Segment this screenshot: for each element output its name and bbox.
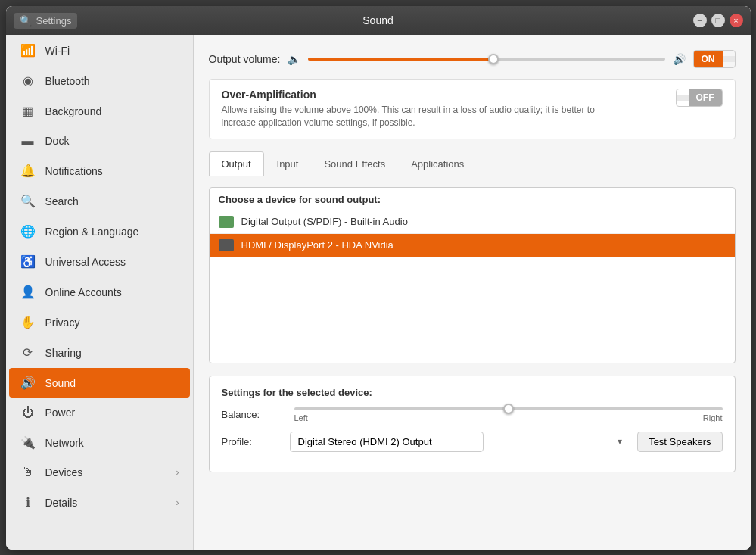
online-accounts-icon: 👤 bbox=[20, 285, 36, 299]
content-area: Output volume: 🔈 🔊 ON Over-Amplifica bbox=[194, 35, 751, 550]
sidebar-label-notifications: Notifications bbox=[45, 165, 179, 177]
sidebar-label-sound: Sound bbox=[45, 377, 179, 389]
volume-row: Output volume: 🔈 🔊 ON bbox=[209, 50, 736, 68]
sidebar-label-devices: Devices bbox=[45, 466, 167, 479]
over-amp-title: Over-Amplification bbox=[222, 89, 630, 101]
sidebar-label-network: Network bbox=[45, 437, 179, 449]
sidebar-item-devices[interactable]: 🖱Devices› bbox=[9, 458, 190, 487]
sidebar-item-sharing[interactable]: ⟳Sharing bbox=[9, 338, 190, 367]
balance-right-label: Right bbox=[703, 413, 723, 422]
profile-select-wrapper: Digital Stereo (HDMI 2) OutputDigital Su… bbox=[290, 432, 630, 452]
sidebar-item-region-language[interactable]: 🌐Region & Language bbox=[9, 217, 190, 246]
privacy-icon: ✋ bbox=[20, 315, 36, 329]
sidebar-item-privacy[interactable]: ✋Privacy bbox=[9, 307, 190, 337]
volume-fill bbox=[308, 58, 493, 61]
volume-track bbox=[308, 58, 664, 61]
device-item-digital[interactable]: Digital Output (S/PDIF) - Built-in Audio bbox=[210, 210, 735, 233]
sidebar-label-sharing: Sharing bbox=[45, 347, 179, 359]
sidebar-item-online-accounts[interactable]: 👤Online Accounts bbox=[9, 277, 190, 307]
window-title: Sound bbox=[362, 14, 393, 27]
test-speakers-button[interactable]: Test Speakers bbox=[637, 432, 722, 452]
balance-track bbox=[294, 407, 723, 410]
volume-slider[interactable] bbox=[308, 51, 664, 67]
profile-label: Profile: bbox=[222, 436, 282, 447]
sidebar-label-universal-access: Universal Access bbox=[45, 256, 179, 268]
search-icon: 🔍 bbox=[20, 194, 36, 208]
device-icon-hdmi bbox=[219, 239, 234, 251]
volume-toggle[interactable]: ON bbox=[693, 50, 736, 68]
device-list-empty-space bbox=[210, 257, 735, 363]
minimize-button[interactable]: − bbox=[693, 14, 707, 27]
wifi-icon: 📶 bbox=[20, 43, 36, 58]
sound-icon: 🔊 bbox=[20, 376, 36, 390]
sidebar-label-wifi: Wi-Fi bbox=[45, 45, 179, 57]
bluetooth-icon: ◉ bbox=[20, 73, 36, 88]
sidebar-item-background[interactable]: ▦Background bbox=[9, 96, 190, 126]
balance-thumb bbox=[503, 404, 514, 414]
selected-device-settings: Settings for the selected device: Balanc… bbox=[209, 376, 736, 472]
sidebar-label-power: Power bbox=[45, 407, 179, 419]
sidebar-label-bluetooth: Bluetooth bbox=[45, 75, 179, 87]
maximize-button[interactable]: □ bbox=[711, 14, 725, 27]
over-amplification-box: Over-Amplification Allows raising the vo… bbox=[209, 79, 736, 139]
device-icon-digital bbox=[219, 216, 234, 228]
balance-slider[interactable]: Left Right bbox=[294, 407, 723, 422]
selected-settings-title: Settings for the selected device: bbox=[222, 387, 723, 398]
sound-tabs: OutputInputSound EffectsApplications bbox=[209, 151, 736, 176]
over-amp-toggle[interactable]: OFF bbox=[676, 89, 723, 107]
sidebar-label-region-language: Region & Language bbox=[45, 226, 179, 238]
sidebar-item-sound[interactable]: 🔊Sound bbox=[9, 368, 190, 398]
toggle-on-label: ON bbox=[694, 51, 723, 67]
output-devices-section: Choose a device for sound output: Digita… bbox=[209, 187, 736, 363]
volume-label: Output volume: bbox=[209, 53, 281, 65]
sidebar-item-universal-access[interactable]: ♿Universal Access bbox=[9, 247, 190, 276]
tab-applications[interactable]: Applications bbox=[398, 151, 477, 176]
titlebar-search[interactable]: 🔍 Settings bbox=[14, 13, 78, 29]
sharing-icon: ⟳ bbox=[20, 345, 36, 360]
sidebar-item-notifications[interactable]: 🔔Notifications bbox=[9, 156, 190, 186]
sidebar-label-online-accounts: Online Accounts bbox=[45, 286, 179, 298]
universal-access-icon: ♿ bbox=[20, 254, 36, 269]
close-button[interactable]: × bbox=[730, 14, 743, 27]
sidebar-label-privacy: Privacy bbox=[45, 316, 179, 329]
device-label-hdmi: HDMI / DisplayPort 2 - HDA NVidia bbox=[241, 239, 394, 251]
sidebar-item-search[interactable]: 🔍Search bbox=[9, 186, 190, 216]
sidebar-item-bluetooth[interactable]: ◉Bluetooth bbox=[9, 66, 190, 95]
dock-icon: ▬ bbox=[20, 134, 36, 148]
over-amp-description: Allows raising the volume above 100%. Th… bbox=[222, 104, 630, 129]
sidebar-item-network[interactable]: 🔌Network bbox=[9, 428, 190, 457]
sidebar-arrow-details: › bbox=[176, 497, 179, 508]
sidebar-label-background: Background bbox=[45, 105, 179, 117]
details-icon: ℹ bbox=[20, 495, 36, 510]
sidebar-label-search: Search bbox=[45, 195, 179, 207]
notifications-icon: 🔔 bbox=[20, 164, 36, 178]
volume-low-icon: 🔈 bbox=[288, 53, 300, 65]
sidebar-arrow-devices: › bbox=[176, 467, 179, 478]
profile-row: Profile: Digital Stereo (HDMI 2) OutputD… bbox=[222, 432, 723, 452]
sidebar-item-power[interactable]: ⏻Power bbox=[9, 398, 190, 427]
titlebar: 🔍 Settings Sound − □ × bbox=[6, 6, 751, 35]
balance-left-label: Left bbox=[294, 413, 308, 422]
balance-label: Balance: bbox=[222, 409, 282, 420]
search-icon: 🔍 bbox=[20, 15, 32, 27]
device-item-hdmi[interactable]: HDMI / DisplayPort 2 - HDA NVidia bbox=[210, 233, 735, 257]
devices-icon: 🖱 bbox=[20, 466, 36, 479]
sidebar-item-dock[interactable]: ▬Dock bbox=[9, 126, 190, 155]
volume-high-icon: 🔊 bbox=[673, 53, 686, 65]
main-content: 📶Wi-Fi◉Bluetooth▦Background▬Dock🔔Notific… bbox=[6, 35, 751, 550]
sidebar-item-details[interactable]: ℹDetails› bbox=[9, 488, 190, 517]
tab-output[interactable]: Output bbox=[209, 151, 264, 176]
tab-sound-effects[interactable]: Sound Effects bbox=[311, 151, 398, 176]
device-label-digital: Digital Output (S/PDIF) - Built-in Audio bbox=[241, 216, 408, 227]
background-icon: ▦ bbox=[20, 104, 36, 118]
over-amp-toggle-left bbox=[677, 95, 689, 101]
profile-select[interactable]: Digital Stereo (HDMI 2) OutputDigital Su… bbox=[290, 432, 484, 452]
sidebar-label-details: Details bbox=[45, 497, 167, 509]
toggle-off-label bbox=[723, 56, 735, 62]
balance-labels: Left Right bbox=[294, 413, 723, 422]
balance-row: Balance: Left Right bbox=[222, 407, 723, 422]
tab-input[interactable]: Input bbox=[264, 151, 312, 176]
sidebar-item-wifi[interactable]: 📶Wi-Fi bbox=[9, 36, 190, 65]
over-amp-text: Over-Amplification Allows raising the vo… bbox=[222, 89, 630, 129]
output-devices-title: Choose a device for sound output: bbox=[210, 188, 735, 210]
